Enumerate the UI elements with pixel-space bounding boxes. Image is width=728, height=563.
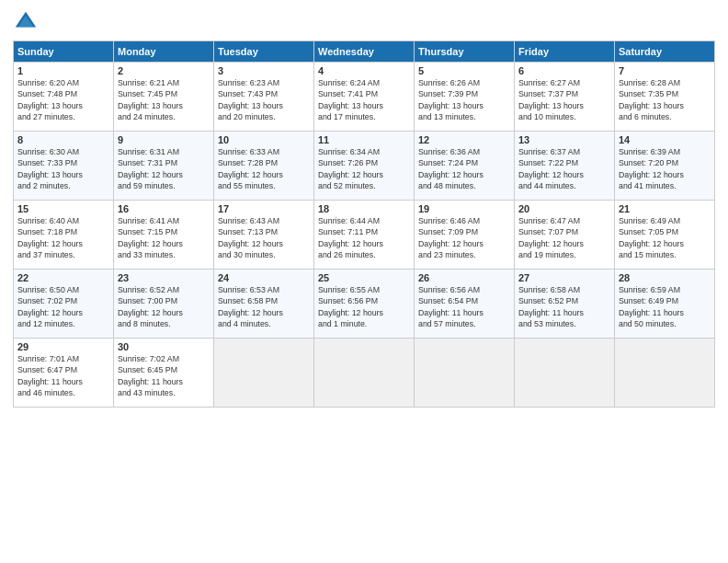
day-number: 2 — [118, 65, 210, 76]
calendar-cell: 30Sunrise: 7:02 AMSunset: 6:45 PMDayligh… — [114, 339, 214, 408]
calendar-cell: 27Sunrise: 6:58 AMSunset: 6:52 PMDayligh… — [515, 270, 615, 339]
calendar-cell — [515, 339, 615, 408]
calendar-cell: 12Sunrise: 6:36 AMSunset: 7:24 PMDayligh… — [415, 132, 515, 201]
calendar-cell: 8Sunrise: 6:30 AMSunset: 7:33 PMDaylight… — [14, 132, 114, 201]
calendar-cell — [415, 339, 515, 408]
day-info: Sunrise: 6:28 AMSunset: 7:35 PMDaylight:… — [619, 77, 711, 122]
day-info: Sunrise: 6:36 AMSunset: 7:24 PMDaylight:… — [418, 146, 510, 191]
day-info: Sunrise: 6:59 AMSunset: 6:49 PMDaylight:… — [619, 284, 711, 329]
calendar-cell: 2Sunrise: 6:21 AMSunset: 7:45 PMDaylight… — [114, 63, 214, 132]
day-number: 28 — [619, 272, 711, 283]
calendar-cell: 25Sunrise: 6:55 AMSunset: 6:56 PMDayligh… — [314, 270, 415, 339]
calendar-cell: 16Sunrise: 6:41 AMSunset: 7:15 PMDayligh… — [114, 201, 214, 270]
day-info: Sunrise: 6:47 AMSunset: 7:07 PMDaylight:… — [518, 215, 610, 260]
calendar-cell — [615, 339, 715, 408]
calendar-week-2: 8Sunrise: 6:30 AMSunset: 7:33 PMDaylight… — [14, 132, 715, 201]
day-number: 27 — [518, 272, 610, 283]
day-info: Sunrise: 6:55 AMSunset: 6:56 PMDaylight:… — [318, 284, 410, 329]
day-info: Sunrise: 6:21 AMSunset: 7:45 PMDaylight:… — [118, 77, 210, 122]
day-number: 16 — [118, 203, 210, 214]
day-info: Sunrise: 7:01 AMSunset: 6:47 PMDaylight:… — [17, 353, 109, 398]
day-info: Sunrise: 6:40 AMSunset: 7:18 PMDaylight:… — [17, 215, 109, 260]
day-info: Sunrise: 6:39 AMSunset: 7:20 PMDaylight:… — [619, 146, 711, 191]
day-number: 12 — [418, 134, 510, 145]
day-number: 17 — [218, 203, 310, 214]
day-number: 24 — [218, 272, 310, 283]
day-info: Sunrise: 7:02 AMSunset: 6:45 PMDaylight:… — [118, 353, 210, 398]
calendar-cell: 29Sunrise: 7:01 AMSunset: 6:47 PMDayligh… — [14, 339, 114, 408]
calendar-cell: 6Sunrise: 6:27 AMSunset: 7:37 PMDaylight… — [515, 63, 615, 132]
day-info: Sunrise: 6:50 AMSunset: 7:02 PMDaylight:… — [17, 284, 109, 329]
day-info: Sunrise: 6:27 AMSunset: 7:37 PMDaylight:… — [518, 77, 610, 122]
calendar-cell: 20Sunrise: 6:47 AMSunset: 7:07 PMDayligh… — [515, 201, 615, 270]
day-number: 10 — [218, 134, 310, 145]
day-info: Sunrise: 6:43 AMSunset: 7:13 PMDaylight:… — [218, 215, 310, 260]
day-number: 29 — [17, 341, 109, 352]
day-number: 19 — [418, 203, 510, 214]
calendar-cell: 22Sunrise: 6:50 AMSunset: 7:02 PMDayligh… — [14, 270, 114, 339]
day-number: 15 — [17, 203, 109, 214]
day-number: 21 — [619, 203, 711, 214]
calendar-cell: 3Sunrise: 6:23 AMSunset: 7:43 PMDaylight… — [214, 63, 314, 132]
day-info: Sunrise: 6:41 AMSunset: 7:15 PMDaylight:… — [118, 215, 210, 260]
day-number: 18 — [318, 203, 410, 214]
calendar-cell: 10Sunrise: 6:33 AMSunset: 7:28 PMDayligh… — [214, 132, 314, 201]
day-number: 7 — [619, 65, 711, 76]
day-info: Sunrise: 6:49 AMSunset: 7:05 PMDaylight:… — [619, 215, 711, 260]
day-info: Sunrise: 6:26 AMSunset: 7:39 PMDaylight:… — [418, 77, 510, 122]
day-number: 30 — [118, 341, 210, 352]
column-header-monday: Monday — [114, 41, 214, 63]
calendar-cell: 13Sunrise: 6:37 AMSunset: 7:22 PMDayligh… — [515, 132, 615, 201]
calendar-cell: 18Sunrise: 6:44 AMSunset: 7:11 PMDayligh… — [314, 201, 415, 270]
calendar-cell: 17Sunrise: 6:43 AMSunset: 7:13 PMDayligh… — [214, 201, 314, 270]
calendar-cell: 19Sunrise: 6:46 AMSunset: 7:09 PMDayligh… — [415, 201, 515, 270]
day-info: Sunrise: 6:53 AMSunset: 6:58 PMDaylight:… — [218, 284, 310, 329]
calendar-cell: 1Sunrise: 6:20 AMSunset: 7:48 PMDaylight… — [14, 63, 114, 132]
calendar-cell: 21Sunrise: 6:49 AMSunset: 7:05 PMDayligh… — [615, 201, 715, 270]
calendar-week-4: 22Sunrise: 6:50 AMSunset: 7:02 PMDayligh… — [14, 270, 715, 339]
logo — [13, 9, 42, 35]
page: SundayMondayTuesdayWednesdayThursdayFrid… — [0, 0, 728, 563]
calendar-cell: 5Sunrise: 6:26 AMSunset: 7:39 PMDaylight… — [415, 63, 515, 132]
day-info: Sunrise: 6:44 AMSunset: 7:11 PMDaylight:… — [318, 215, 410, 260]
day-info: Sunrise: 6:46 AMSunset: 7:09 PMDaylight:… — [418, 215, 510, 260]
calendar-cell — [214, 339, 314, 408]
calendar-week-5: 29Sunrise: 7:01 AMSunset: 6:47 PMDayligh… — [14, 339, 715, 408]
calendar-cell: 26Sunrise: 6:56 AMSunset: 6:54 PMDayligh… — [415, 270, 515, 339]
calendar-header-row: SundayMondayTuesdayWednesdayThursdayFrid… — [14, 41, 715, 63]
day-info: Sunrise: 6:30 AMSunset: 7:33 PMDaylight:… — [17, 146, 109, 191]
day-info: Sunrise: 6:23 AMSunset: 7:43 PMDaylight:… — [218, 77, 310, 122]
calendar-table: SundayMondayTuesdayWednesdayThursdayFrid… — [13, 40, 715, 408]
calendar-week-1: 1Sunrise: 6:20 AMSunset: 7:48 PMDaylight… — [14, 63, 715, 132]
day-number: 25 — [318, 272, 410, 283]
day-info: Sunrise: 6:20 AMSunset: 7:48 PMDaylight:… — [17, 77, 109, 122]
day-info: Sunrise: 6:24 AMSunset: 7:41 PMDaylight:… — [318, 77, 410, 122]
header — [13, 9, 715, 35]
day-number: 8 — [17, 134, 109, 145]
day-info: Sunrise: 6:58 AMSunset: 6:52 PMDaylight:… — [518, 284, 610, 329]
day-number: 3 — [218, 65, 310, 76]
day-info: Sunrise: 6:31 AMSunset: 7:31 PMDaylight:… — [118, 146, 210, 191]
calendar-cell: 7Sunrise: 6:28 AMSunset: 7:35 PMDaylight… — [615, 63, 715, 132]
column-header-wednesday: Wednesday — [314, 41, 415, 63]
calendar-week-3: 15Sunrise: 6:40 AMSunset: 7:18 PMDayligh… — [14, 201, 715, 270]
day-number: 23 — [118, 272, 210, 283]
calendar-cell — [314, 339, 415, 408]
day-info: Sunrise: 6:34 AMSunset: 7:26 PMDaylight:… — [318, 146, 410, 191]
day-info: Sunrise: 6:37 AMSunset: 7:22 PMDaylight:… — [518, 146, 610, 191]
calendar-cell: 11Sunrise: 6:34 AMSunset: 7:26 PMDayligh… — [314, 132, 415, 201]
column-header-thursday: Thursday — [415, 41, 515, 63]
calendar-cell: 28Sunrise: 6:59 AMSunset: 6:49 PMDayligh… — [615, 270, 715, 339]
day-number: 9 — [118, 134, 210, 145]
column-header-tuesday: Tuesday — [214, 41, 314, 63]
day-number: 5 — [418, 65, 510, 76]
day-number: 22 — [17, 272, 109, 283]
column-header-saturday: Saturday — [615, 41, 715, 63]
day-number: 26 — [418, 272, 510, 283]
day-number: 20 — [518, 203, 610, 214]
day-number: 14 — [619, 134, 711, 145]
logo-icon — [13, 9, 39, 35]
day-number: 11 — [318, 134, 410, 145]
calendar-cell: 15Sunrise: 6:40 AMSunset: 7:18 PMDayligh… — [14, 201, 114, 270]
column-header-sunday: Sunday — [14, 41, 114, 63]
